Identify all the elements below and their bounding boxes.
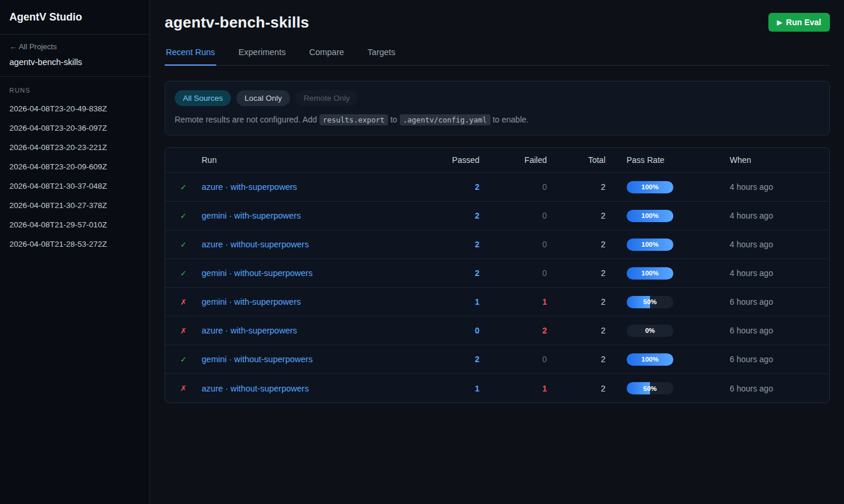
pass-rate-cell: 50% xyxy=(605,296,730,308)
pass-rate-label: 100% xyxy=(627,181,673,193)
pass-rate-cell: 100% xyxy=(605,181,730,193)
run-link[interactable]: azure · with-superpowers xyxy=(202,326,392,335)
col-header-total: Total xyxy=(547,155,605,165)
filter-pill-local-only[interactable]: Local Only xyxy=(236,90,290,106)
notice-text-mid: to xyxy=(388,115,399,124)
code-config-yaml: .agentv/config.yaml xyxy=(400,114,491,125)
pass-check-icon: ✓ xyxy=(165,212,202,220)
pass-check-icon: ✓ xyxy=(165,355,202,364)
when-text: 6 hours ago xyxy=(730,384,829,393)
failed-count: 0 xyxy=(479,268,547,278)
runs-table-header: RunPassedFailedTotalPass RateWhen xyxy=(165,148,829,173)
main-content: agentv-bench-skills ▶ Run Eval Recent Ru… xyxy=(150,0,844,504)
run-link[interactable]: gemini · with-superpowers xyxy=(202,211,392,220)
sidebar-run-item[interactable]: 2026-04-08T23-20-49-838Z xyxy=(0,99,149,118)
all-projects-link[interactable]: ← All Projects xyxy=(9,42,140,51)
runs-table-body: ✓azure · with-superpowers202100%4 hours … xyxy=(165,173,829,403)
pass-rate-pill: 100% xyxy=(627,210,673,222)
tab-bar: Recent RunsExperimentsCompareTargets xyxy=(165,47,830,66)
total-count: 2 xyxy=(547,297,605,307)
total-count: 2 xyxy=(547,240,605,249)
col-header-passed: Passed xyxy=(392,155,479,165)
failed-count: 1 xyxy=(479,297,547,307)
sidebar-run-item[interactable]: 2026-04-08T21-28-53-272Z xyxy=(0,234,149,254)
col-header-failed: Failed xyxy=(479,155,547,165)
run-link[interactable]: gemini · without-superpowers xyxy=(202,355,392,364)
pass-rate-label: 100% xyxy=(627,210,673,222)
page-header: agentv-bench-skills ▶ Run Eval xyxy=(165,13,830,32)
fail-x-icon: ✗ xyxy=(165,326,202,335)
remote-results-notice: Remote results are not configured. Add r… xyxy=(175,115,820,124)
failed-count: 2 xyxy=(479,326,547,335)
sidebar-run-item[interactable]: 2026-04-08T21-30-27-378Z xyxy=(0,196,149,215)
pass-rate-label: 0% xyxy=(627,325,673,337)
sidebar-run-item[interactable]: 2026-04-08T23-20-23-221Z xyxy=(0,138,149,157)
app-root: AgentV Studio ← All Projects agentv-benc… xyxy=(0,0,844,504)
total-count: 2 xyxy=(547,355,605,364)
tab-recent-runs[interactable]: Recent Runs xyxy=(165,47,216,66)
source-filter-card: All SourcesLocal OnlyRemote Only Remote … xyxy=(165,81,830,135)
when-text: 4 hours ago xyxy=(730,268,829,278)
pass-rate-cell: 100% xyxy=(605,267,730,280)
pass-rate-cell: 0% xyxy=(605,325,730,337)
pass-rate-cell: 100% xyxy=(605,239,730,251)
when-text: 4 hours ago xyxy=(730,240,829,249)
col-header-pass-rate: Pass Rate xyxy=(605,155,730,165)
pass-check-icon: ✓ xyxy=(165,269,202,278)
sidebar-run-item[interactable]: 2026-04-08T21-29-57-010Z xyxy=(0,215,149,234)
failed-count: 0 xyxy=(479,240,547,249)
run-link[interactable]: gemini · with-superpowers xyxy=(202,297,392,307)
pass-rate-pill: 100% xyxy=(627,267,673,280)
table-row: ✗gemini · with-superpowers11250%6 hours … xyxy=(165,288,829,316)
table-row: ✓gemini · without-superpowers202100%4 ho… xyxy=(165,259,829,288)
fail-x-icon: ✗ xyxy=(165,384,202,393)
app-title: AgentV Studio xyxy=(0,0,149,35)
pass-rate-label: 100% xyxy=(627,239,673,251)
total-count: 2 xyxy=(547,326,605,335)
failed-count: 0 xyxy=(479,182,547,192)
when-text: 4 hours ago xyxy=(730,211,829,220)
sidebar-run-item[interactable]: 2026-04-08T23-20-36-097Z xyxy=(0,118,149,138)
run-link[interactable]: gemini · without-superpowers xyxy=(202,268,392,278)
passed-count: 2 xyxy=(392,211,479,220)
run-link[interactable]: azure · without-superpowers xyxy=(202,384,392,393)
filter-pill-all-sources[interactable]: All Sources xyxy=(175,90,231,106)
sidebar-project-name: agentv-bench-skills xyxy=(9,57,140,67)
pass-rate-label: 50% xyxy=(627,296,673,308)
sidebar-project-section: ← All Projects agentv-bench-skills xyxy=(0,35,149,77)
play-icon: ▶ xyxy=(777,19,782,26)
table-row: ✓gemini · with-superpowers202100%4 hours… xyxy=(165,202,829,230)
fail-x-icon: ✗ xyxy=(165,298,202,307)
pass-rate-pill: 50% xyxy=(627,382,673,394)
table-row: ✗azure · without-superpowers11250%6 hour… xyxy=(165,374,829,403)
pass-rate-pill: 50% xyxy=(627,296,673,308)
pass-rate-cell: 100% xyxy=(605,210,730,222)
col-header-when: When xyxy=(730,155,829,165)
passed-count: 2 xyxy=(392,240,479,249)
table-row: ✓gemini · without-superpowers202100%6 ho… xyxy=(165,345,829,374)
table-row: ✗azure · with-superpowers0220%6 hours ag… xyxy=(165,316,829,345)
tab-targets[interactable]: Targets xyxy=(366,47,397,66)
sidebar-run-item[interactable]: 2026-04-08T21-30-37-048Z xyxy=(0,176,149,196)
when-text: 4 hours ago xyxy=(730,182,829,192)
when-text: 6 hours ago xyxy=(730,326,829,335)
total-count: 2 xyxy=(547,182,605,192)
tab-compare[interactable]: Compare xyxy=(308,47,345,66)
run-link[interactable]: azure · without-superpowers xyxy=(202,240,392,249)
sidebar: AgentV Studio ← All Projects agentv-benc… xyxy=(0,0,150,504)
sidebar-run-item[interactable]: 2026-04-08T23-20-09-609Z xyxy=(0,157,149,176)
runs-table: RunPassedFailedTotalPass RateWhen ✓azure… xyxy=(165,147,830,403)
run-eval-button[interactable]: ▶ Run Eval xyxy=(768,13,830,32)
notice-text-pre: Remote results are not configured. Add xyxy=(175,115,319,124)
tab-experiments[interactable]: Experiments xyxy=(237,47,287,66)
passed-count: 1 xyxy=(392,384,479,393)
run-link[interactable]: azure · with-superpowers xyxy=(202,182,392,192)
failed-count: 1 xyxy=(479,384,547,393)
page-title: agentv-bench-skills xyxy=(165,13,309,32)
passed-count: 0 xyxy=(392,326,479,335)
when-text: 6 hours ago xyxy=(730,297,829,307)
source-filter-pills: All SourcesLocal OnlyRemote Only xyxy=(175,90,820,106)
passed-count: 2 xyxy=(392,355,479,364)
table-row: ✓azure · with-superpowers202100%4 hours … xyxy=(165,173,829,202)
failed-count: 0 xyxy=(479,355,547,364)
